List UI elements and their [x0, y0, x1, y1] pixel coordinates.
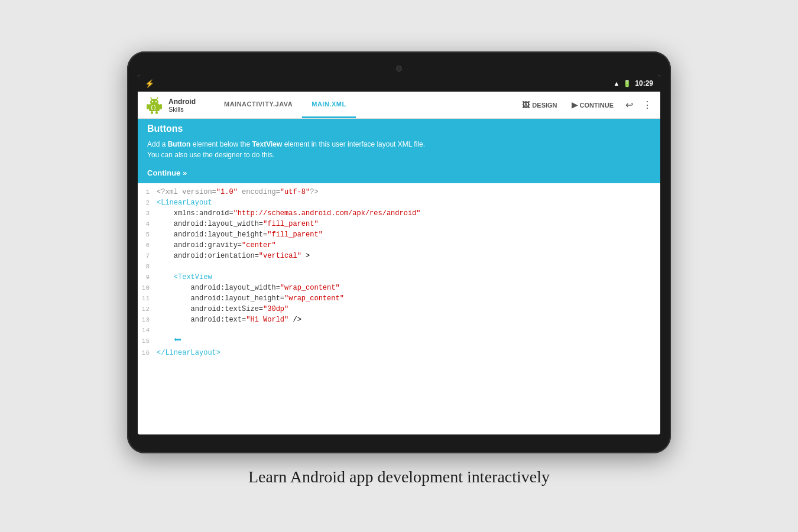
svg-rect-8 — [151, 111, 153, 114]
tab-mainxml[interactable]: MAIN.XML — [302, 92, 355, 118]
battery-icon: 🔋 — [623, 80, 631, 87]
usb-icon: ⚡ — [145, 79, 154, 88]
code-line-3: 3 xmlns:android="http://schemas.android.… — [138, 208, 660, 219]
app-name-text: Android — [168, 98, 196, 106]
continue-button[interactable]: ▶ CONTINUE — [566, 98, 619, 112]
app-toolbar: {} Android Skills MAINACTIVITY.JAVA MAIN… — [138, 92, 660, 119]
body-pre: Add a — [147, 140, 168, 148]
body-line2: You can also use the designer to do this… — [147, 151, 275, 159]
status-left: ⚡ — [145, 79, 154, 88]
cursor-arrow-icon: ⬅ — [174, 336, 181, 346]
tab-mainactivity[interactable]: MAINACTIVITY.JAVA — [215, 92, 302, 118]
app-subtitle-text: Skills — [168, 106, 196, 113]
code-line-7: 7 android:orientation="vertical" > — [138, 251, 660, 261]
code-line-14: 14 — [138, 325, 660, 336]
status-time: 10:29 — [635, 79, 653, 87]
svg-point-3 — [155, 100, 157, 102]
app-title: Android Skills — [168, 98, 196, 113]
tablet-top-bar — [138, 62, 660, 75]
design-button[interactable]: 🖼 DESIGN — [516, 98, 563, 112]
svg-line-5 — [157, 98, 158, 99]
design-icon: 🖼 — [522, 100, 530, 109]
body-mid: element below the — [190, 140, 252, 148]
wifi-icon: ▲ — [613, 80, 619, 87]
code-line-4: 4 android:layout_width="fill_parent" — [138, 219, 660, 229]
app-logo-section: {} Android Skills — [138, 96, 215, 115]
body-bold1: Button — [168, 140, 191, 148]
svg-rect-6 — [147, 104, 149, 109]
code-line-11: 11 android:layout_height="wrap_content" — [138, 293, 660, 304]
instruction-title: Buttons — [138, 119, 660, 137]
page-caption: Learn Android app development interactiv… — [248, 468, 550, 486]
code-editor[interactable]: 1 <?xml version="1.0" encoding="utf-8"?>… — [138, 183, 660, 434]
continue-label: CONTINUE — [580, 102, 614, 109]
more-button[interactable]: ⋮ — [639, 97, 656, 113]
tab-bar: MAINACTIVITY.JAVA MAIN.XML — [215, 92, 511, 118]
status-right: ▲ 🔋 10:29 — [613, 79, 653, 87]
android-status-bar: ⚡ ▲ 🔋 10:29 — [138, 75, 660, 92]
tablet-camera — [396, 66, 402, 72]
svg-point-2 — [152, 100, 153, 102]
code-line-13: 13 android:text="Hi World" /> — [138, 314, 660, 325]
code-line-5: 5 android:layout_height="fill_parent" — [138, 229, 660, 240]
code-line-1: 1 <?xml version="1.0" encoding="utf-8"?> — [138, 187, 660, 197]
play-icon: ▶ — [572, 100, 578, 109]
instruction-body: Add a Button element below the TextView … — [138, 137, 660, 165]
tablet-screen: ⚡ ▲ 🔋 10:29 — [138, 75, 660, 434]
android-logo-icon: {} — [145, 96, 164, 115]
code-line-8: 8 — [138, 261, 660, 272]
code-line-10: 10 android:layout_width="wrap_content" — [138, 283, 660, 293]
instruction-panel: Buttons Add a Button element below the T… — [138, 119, 660, 183]
page-wrapper: ⚡ ▲ 🔋 10:29 — [0, 28, 798, 504]
code-line-15: 15 ⬅ — [138, 336, 660, 348]
code-line-12: 12 android:textSize="30dp" — [138, 304, 660, 314]
design-label: DESIGN — [532, 102, 557, 109]
code-line-9: 9 <TextView — [138, 272, 660, 283]
svg-text:{}: {} — [150, 105, 157, 111]
instruction-continue-btn[interactable]: Continue » — [138, 165, 660, 183]
svg-rect-7 — [160, 104, 162, 109]
code-line-6: 6 android:gravity="center" — [138, 240, 660, 251]
code-line-2: 2 <LinearLayout — [138, 197, 660, 208]
toolbar-actions: 🖼 DESIGN ▶ CONTINUE ↩ ⋮ — [511, 97, 660, 113]
code-line-16: 16 </LinearLayout> — [138, 348, 660, 358]
svg-rect-9 — [155, 111, 158, 114]
tablet-bottom — [138, 434, 660, 443]
svg-line-4 — [151, 98, 152, 99]
body-bold2: TextView — [252, 140, 282, 148]
body-post: element in this user interface layout XM… — [282, 140, 425, 148]
undo-button[interactable]: ↩ — [622, 97, 637, 113]
tablet-device: ⚡ ▲ 🔋 10:29 — [127, 51, 671, 453]
